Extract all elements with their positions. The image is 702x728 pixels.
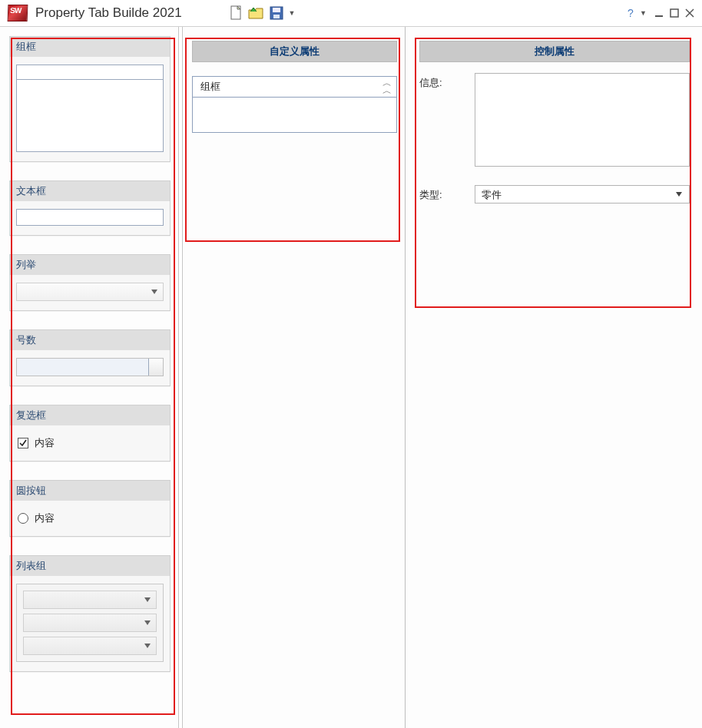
property-row-info: 信息: — [419, 73, 690, 167]
property-row-type: 类型: 零件 — [419, 185, 690, 204]
designer-column: 自定义属性 组框 ︿︿ — [183, 27, 406, 728]
palette-textbox-header: 文本框 — [10, 181, 170, 201]
radio-icon — [18, 513, 28, 524]
type-select[interactable]: 零件 — [475, 185, 690, 204]
palette-radio-header: 圆按钮 — [10, 481, 170, 501]
main-area: 组框 文本框 列举 号数 复选框 内容 圆按钮 — [0, 27, 702, 728]
palette-radio[interactable]: 圆按钮 内容 — [9, 480, 171, 537]
close-button[interactable] — [682, 5, 697, 21]
palette-list[interactable]: 列举 — [9, 254, 171, 311]
palette-listgroup[interactable]: 列表组 — [9, 555, 171, 672]
help-dropdown-icon[interactable]: ▼ — [640, 9, 647, 17]
type-label: 类型: — [419, 185, 475, 204]
palette-checkbox[interactable]: 复选框 内容 — [9, 405, 171, 462]
info-textarea[interactable] — [475, 73, 690, 167]
designer-groupbox-header: 组框 ︿︿ — [193, 77, 396, 98]
palette-number-header: 号数 — [10, 330, 170, 350]
radio-item-label: 内容 — [35, 511, 55, 525]
palette-list-header: 列举 — [10, 255, 170, 275]
app-icon — [8, 5, 28, 22]
palette-listgroup-header: 列表组 — [10, 556, 170, 576]
save-button[interactable] — [268, 5, 285, 22]
new-file-button[interactable] — [228, 5, 245, 22]
toolbar: ▼ — [228, 5, 296, 22]
palette-number[interactable]: 号数 — [9, 329, 171, 386]
properties-column: 控制属性 信息: 类型: 零件 — [406, 27, 702, 728]
svg-rect-6 — [655, 15, 663, 17]
listgroup-row — [23, 591, 157, 609]
listgroup-row — [23, 614, 157, 632]
number-placeholder — [16, 358, 164, 376]
palette-column: 组框 文本框 列举 号数 复选框 内容 圆按钮 — [0, 27, 178, 728]
palette-groupbox-header: 组框 — [10, 37, 170, 57]
app-title: Property Tab Builde 2021 — [35, 5, 182, 21]
svg-rect-3 — [273, 8, 280, 12]
maximize-button[interactable] — [667, 5, 682, 21]
info-label: 信息: — [419, 73, 475, 167]
svg-rect-7 — [671, 9, 678, 17]
checkbox-item-label: 内容 — [35, 436, 55, 450]
svg-text:?: ? — [627, 7, 634, 19]
help-button[interactable]: ? — [624, 5, 640, 21]
palette-groupbox[interactable]: 组框 — [9, 36, 171, 162]
checkbox-placeholder: 内容 — [16, 433, 164, 452]
type-select-value: 零件 — [482, 189, 502, 200]
properties-panel-title: 控制属性 — [419, 41, 690, 62]
titlebar: Property Tab Builde 2021 ▼ ? ▼ — [0, 0, 702, 27]
radio-placeholder: 内容 — [16, 508, 164, 527]
collapse-icon[interactable]: ︿︿ — [382, 79, 390, 94]
designer-groupbox[interactable]: 组框 ︿︿ — [192, 76, 397, 133]
groupbox-placeholder — [16, 65, 164, 152]
save-dropdown-icon[interactable]: ▼ — [288, 9, 296, 17]
list-placeholder — [16, 283, 164, 301]
minimize-button[interactable] — [651, 5, 667, 21]
palette-textbox[interactable]: 文本框 — [9, 180, 171, 236]
palette-checkbox-header: 复选框 — [10, 405, 170, 425]
designer-panel-title: 自定义属性 — [192, 41, 397, 62]
listgroup-placeholder — [16, 584, 164, 662]
listgroup-row — [23, 637, 157, 655]
textbox-placeholder — [16, 209, 164, 226]
open-file-button[interactable] — [248, 5, 265, 22]
svg-rect-4 — [273, 15, 280, 18]
check-icon — [18, 438, 28, 448]
designer-groupbox-label: 组框 — [200, 80, 220, 94]
